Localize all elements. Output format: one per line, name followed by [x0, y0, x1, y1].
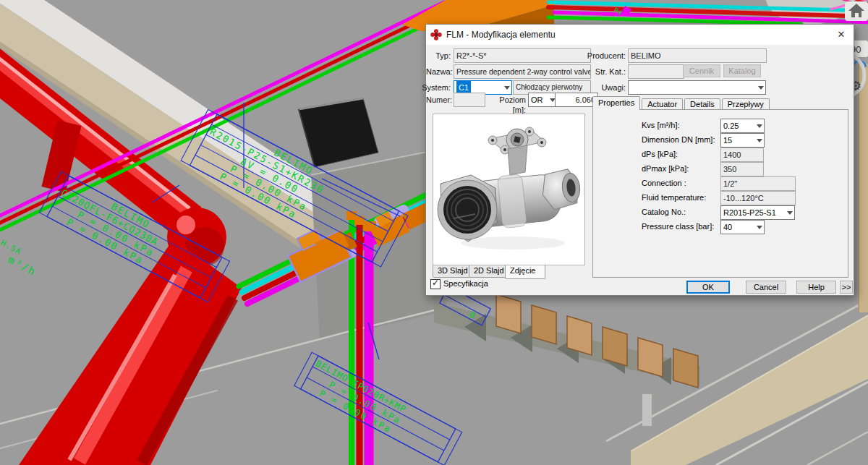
- typ-field: R2*-*-S*: [454, 48, 591, 63]
- chevron-down-icon: [787, 211, 793, 218]
- katalog-button[interactable]: Katalog: [723, 64, 761, 77]
- app-logo-icon: [430, 29, 442, 40]
- chevron-down-icon: [758, 86, 764, 93]
- nazwa-field: Pressure dependent 2-way control valve: [454, 64, 591, 79]
- numer-label: Numer:: [426, 95, 451, 105]
- system-label: System:: [422, 82, 451, 93]
- connection-label: Connection :: [642, 179, 686, 187]
- dps-label: dPs [kPa]:: [642, 150, 678, 158]
- producent-field: BELIMO: [628, 48, 767, 63]
- wood-column: [859, 64, 868, 312]
- strkat-field[interactable]: [628, 64, 684, 79]
- nazwa-label: Nazwa:: [426, 67, 451, 77]
- dimension-combobox[interactable]: 15: [720, 133, 765, 148]
- dimension-label: Dimension DN [mm]:: [642, 135, 715, 144]
- pressure-class-combobox[interactable]: 40: [720, 220, 765, 234]
- dialog-titlebar[interactable]: FLM - Modyfikacja elementu: [426, 25, 854, 45]
- chevron-down-icon: [757, 124, 762, 131]
- tab-details[interactable]: Details: [684, 98, 720, 110]
- chevron-down-icon: [757, 226, 762, 232]
- tab-properties[interactable]: Properties: [592, 96, 640, 110]
- pressure-class-label: Pressure class [bar]:: [642, 222, 714, 231]
- tab-actuator[interactable]: Actuator: [642, 98, 683, 110]
- tab-photo[interactable]: Zdjęcie: [505, 265, 545, 279]
- numer-field[interactable]: [454, 93, 485, 107]
- product-photo: [433, 114, 585, 265]
- fluid-temp-label: Fluid temperature:: [642, 193, 706, 202]
- dps-field: 1400: [720, 148, 764, 162]
- cennik-button[interactable]: Cennik: [683, 64, 720, 77]
- tab-przeplywy[interactable]: Przepływy: [722, 98, 770, 110]
- flm-element-dialog: FLM - Modyfikacja elementu Typ: R2*-*-S*…: [425, 24, 854, 296]
- strkat-label: Str. Kat.:: [572, 67, 626, 77]
- kvs-combobox[interactable]: 0.25: [720, 119, 765, 133]
- specyfikacja-label: Specyfikacja: [443, 279, 488, 288]
- dialog-title: FLM - Modyfikacja elementu: [446, 30, 556, 40]
- specyfikacja-checkbox[interactable]: [430, 279, 441, 289]
- cad-application-window: 90 ⚙ BELIMO R2015-P25-S1+KR230 ΔV = 0.00…: [0, 0, 868, 465]
- connection-field: 1/2'': [720, 176, 796, 191]
- poziom-value-field[interactable]: 6.060: [555, 93, 598, 107]
- ok-button[interactable]: OK: [686, 281, 730, 294]
- cancel-button[interactable]: Cancel: [746, 281, 786, 294]
- poziom-mode-combobox[interactable]: OR: [528, 93, 558, 107]
- poziom-label: Poziom [m]:: [485, 95, 526, 105]
- catalog-no-label: Catalog No.:: [642, 208, 686, 216]
- uwagi-label: Uwagi:: [572, 82, 626, 93]
- more-button[interactable]: >>: [840, 281, 853, 294]
- producent-label: Producent:: [572, 51, 626, 61]
- dpmax-label: dPmax [kPa]:: [642, 164, 689, 173]
- uwagi-combobox[interactable]: [628, 80, 766, 95]
- typ-label: Typ:: [426, 51, 451, 61]
- properties-panel: Kvs [m³/h]: 0.25 Dimension DN [mm]: 15 d…: [592, 109, 848, 278]
- close-icon[interactable]: [833, 27, 849, 43]
- help-button[interactable]: Help: [796, 281, 836, 294]
- catalog-no-combobox[interactable]: R2015-P25-S1: [720, 205, 795, 220]
- fluid-temp-field: -10...120°C: [720, 191, 796, 205]
- kvs-label: Kvs [m³/h]:: [642, 121, 680, 129]
- property-tabstrip: Properties Actuator Details Przepływy: [592, 97, 771, 110]
- chevron-down-icon: [757, 139, 762, 145]
- valve-photo-image: [433, 114, 584, 265]
- dpmax-field: 350: [720, 162, 764, 176]
- chevron-down-icon: [504, 86, 510, 93]
